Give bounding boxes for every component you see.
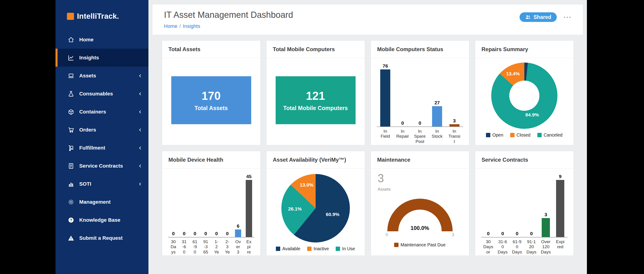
legend-item: In Use [336, 246, 355, 252]
cart-icon [67, 126, 75, 134]
bar-column[interactable]: 0 [481, 171, 496, 237]
bar-column[interactable]: 0 [496, 171, 510, 237]
bar-column[interactable]: 0 [200, 171, 211, 237]
axis-label: 2- 3 Ye [222, 239, 233, 254]
sidebar-item-label: Assets [79, 73, 96, 79]
card-mobile-computers-status: Mobile Computers Status 7600273 In Field… [371, 40, 469, 145]
bar-plot: 000000645 [168, 171, 254, 238]
sidebar-item-orders[interactable]: Orders [56, 121, 148, 139]
shared-button-label: Shared [534, 14, 551, 20]
bar-column[interactable]: 0 [190, 171, 200, 237]
bar-value-label: 27 [434, 100, 440, 106]
bar-column[interactable]: 0 [222, 171, 233, 237]
sidebar-item-fulfillment[interactable]: Fulfillment [56, 139, 148, 157]
more-options-button[interactable]: ⋯ [563, 12, 572, 22]
maintenance-gauge[interactable]: 100.0% [387, 199, 453, 231]
warning-triangle-icon [67, 234, 75, 242]
sidebar-item-submit-request[interactable]: Submit a Request [56, 229, 148, 247]
legend-swatch [307, 246, 312, 251]
legend-label: Inactive [314, 246, 329, 252]
slice-label-canceled: 84.9% [526, 112, 539, 118]
sidebar-item-knowledge-base[interactable]: ? Knowledge Base [56, 211, 148, 229]
bar-column[interactable]: 0 [411, 61, 429, 126]
sidebar-menu: Home Insights Assets [56, 30, 148, 247]
sidebar-item-insights[interactable]: Insights [56, 49, 148, 67]
card-repairs-summary: Repairs Summary 13.4% 84.9% OpenClosedCa… [475, 40, 574, 145]
bar[interactable] [450, 124, 460, 126]
legend-item: Canceled [537, 132, 562, 138]
bar[interactable] [556, 180, 564, 237]
donut-hole [509, 80, 540, 111]
bar-column[interactable]: 0 [168, 171, 179, 237]
bar-column[interactable]: 45 [244, 171, 254, 237]
bar-value-label: 0 [530, 231, 533, 236]
bar-value-label: 76 [383, 63, 388, 69]
bar-column[interactable]: 3 [539, 171, 553, 237]
legend-label: Canceled [544, 132, 562, 138]
total-assets-tile: 170 Total Assets [171, 76, 251, 124]
breadcrumb-insights-link[interactable]: Insights [183, 23, 200, 29]
chevron-left-icon [138, 146, 142, 150]
bar-value-label: 6 [237, 223, 240, 229]
gauge-max: 3 [452, 232, 454, 237]
axis-label: In Repair [394, 129, 411, 144]
page-title: IT Asset Management Dashboard [164, 10, 293, 20]
card-title: Mobile Computers Status [371, 41, 469, 58]
legend-label: In Use [342, 246, 355, 252]
legend-item: Closed [510, 132, 530, 138]
sidebar: IntelliTrack. Home Insights Assets [56, 0, 148, 274]
bar[interactable] [235, 230, 241, 237]
axis-label: 61 -9 0 [190, 239, 200, 254]
bar-value-label: 0 [215, 231, 218, 236]
bar-column[interactable]: 0 [510, 171, 524, 237]
sidebar-item-label: Home [79, 37, 94, 43]
bar-column[interactable]: 0 [179, 171, 190, 237]
sidebar-item-management[interactable]: Management [56, 193, 148, 211]
card-title: Repairs Summary [475, 41, 574, 58]
sidebar-item-service-contracts[interactable]: Service Contracts [56, 157, 148, 175]
bar-column[interactable]: 6 [233, 171, 244, 237]
legend-swatch [394, 243, 398, 247]
legend-item: Open [486, 132, 503, 138]
bar-column[interactable]: 0 [394, 61, 411, 126]
brand-name: IntelliTrack. [77, 12, 119, 20]
bar-column[interactable]: 3 [446, 61, 463, 126]
legend-label: Available [282, 246, 300, 252]
breadcrumb: Home/Insights [164, 23, 293, 29]
breadcrumb-home-link[interactable]: Home [164, 23, 178, 29]
bar-value-label: 9 [559, 174, 562, 179]
bar-value-label: 0 [226, 231, 229, 236]
sidebar-item-home[interactable]: Home [56, 30, 148, 49]
mobile-device-health-chart: 000000645 30 Da ys31 -6 061 -9 091 -3 65… [162, 168, 260, 254]
bar-column[interactable]: 0 [211, 171, 222, 237]
axis-label: In Transi t [446, 129, 463, 144]
sidebar-item-consumables[interactable]: Consumables [56, 85, 148, 103]
bar-column[interactable]: 27 [428, 61, 446, 126]
card-total-assets: Total Assets 170 Total Assets [162, 40, 260, 145]
axis-label: 30 Days or [481, 239, 496, 254]
sidebar-item-label: Insights [79, 55, 99, 61]
axis-label: 91-1 20 Days [524, 239, 539, 254]
sidebar-item-label: Service Contracts [79, 163, 123, 169]
brand-logo[interactable]: IntelliTrack. [56, 0, 148, 20]
legend-label: Maintenance Past Due [400, 242, 446, 248]
bar-column[interactable]: 9 [553, 171, 568, 237]
bar[interactable] [246, 180, 252, 237]
bar-categories: In FieldIn RepairIn Spare PoolIn StockIn… [377, 129, 463, 144]
box-icon [67, 108, 75, 116]
bar[interactable] [380, 70, 390, 126]
sidebar-item-assets[interactable]: Assets [56, 67, 148, 85]
bar[interactable] [432, 106, 442, 126]
bar-column[interactable]: 76 [377, 61, 394, 126]
card-title: Asset Availability (VeriMy™) [266, 151, 365, 168]
legend-swatch [336, 246, 340, 251]
shared-button[interactable]: Shared [520, 12, 557, 22]
bar-categories: 30 Days or31-6 0 Days61-9 0 Days91-1 20 … [481, 239, 568, 254]
bar[interactable] [542, 218, 550, 237]
bar-value-label: 45 [246, 174, 252, 179]
sidebar-item-soti[interactable]: SOTI [56, 175, 148, 193]
maintenance-count: 3 [378, 172, 462, 184]
sidebar-item-containers[interactable]: Containers [56, 103, 148, 121]
bar-column[interactable]: 0 [524, 171, 539, 237]
axis-label: Expi red [553, 239, 568, 254]
